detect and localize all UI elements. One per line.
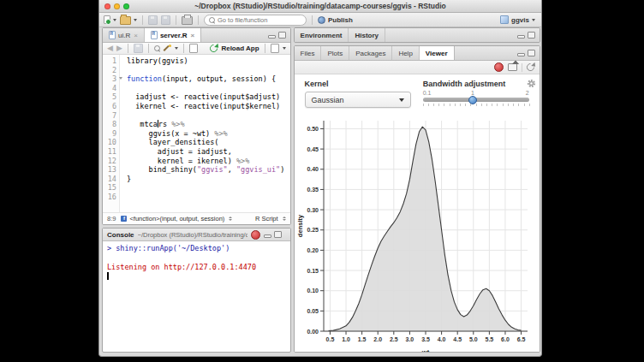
goto-file-function-input[interactable] [218,16,301,24]
line-number: 16 [103,193,116,202]
line-number: 9 [103,129,116,139]
line-number: 5 [103,92,116,102]
tab-label: Packages [355,50,385,57]
print-button[interactable] [182,16,193,25]
minimize-pane-icon[interactable] [264,234,271,238]
slider-tick [518,104,519,106]
ftab-plots[interactable]: Plots [321,46,349,60]
maximize-pane-icon[interactable] [278,32,286,39]
close-icon[interactable]: × [191,32,195,39]
envtab-history[interactable]: History [349,28,385,42]
minimize-pane-icon[interactable] [268,35,276,39]
kernel-select[interactable]: Gaussian [305,92,411,108]
console-title: Console [107,231,134,239]
minimize-pane-icon[interactable] [517,35,525,39]
x-tick-label: 6.0 [501,336,510,342]
ftab-files[interactable]: Files [295,46,322,60]
code-line: ggvis(x = ~wt) %>% [127,129,290,139]
fold-caret-icon[interactable] [119,77,122,80]
find-replace-icon[interactable] [154,45,160,51]
console-header: Console ~/Dropbox (RStudio)/RStudio/trai… [103,228,290,241]
open-file-button[interactable] [120,15,137,25]
toolbar-separator [265,44,265,53]
ftab-viewer[interactable]: Viewer [420,46,455,60]
slider-tick [486,104,487,106]
doc-type-label: R Script [255,215,278,223]
slider-track[interactable] [423,98,529,102]
bandwidth-slider[interactable]: 0.1 1 2 [423,90,529,109]
code-line: bind_shiny("ggvis", "ggvis_ui") [127,165,290,175]
environment-tabs: EnvironmentHistory [295,28,385,42]
scope-selector[interactable]: f <function>(input, output, session) [121,215,232,223]
ftab-help[interactable]: Help [392,46,419,60]
toolbar-separator [198,15,199,25]
new-file-button[interactable] [104,15,116,24]
back-arrow-icon[interactable]: ◀ [107,45,113,52]
pane-buttons [264,231,282,238]
stop-app-icon[interactable] [494,62,504,72]
code-line: kernel = ikernel) %>% [127,157,290,166]
y-tick-label: 0.05 [307,308,319,314]
envtab-environment[interactable]: Environment [295,28,349,42]
forward-arrow-icon[interactable]: ▶ [116,45,122,52]
publish-button[interactable]: Publish [318,16,353,24]
chevron-down-icon [532,19,535,21]
code-line: library(ggvis) [127,56,290,66]
maximize-pane-icon[interactable] [274,231,282,238]
slider-tick [481,104,482,106]
slider-tick [529,104,530,106]
editor-status-bar: 8:9 f <function>(input, output, session)… [103,212,290,224]
code-editor[interactable]: 12345678910111213141516 library(ggvis) f… [103,55,290,212]
x-tick-label: 5.0 [468,336,477,342]
goto-file-function-box[interactable] [204,15,307,26]
doc-type-selector[interactable]: R Script [255,215,286,223]
slider-tick [455,104,456,106]
code-token: %>% [171,120,184,128]
editor-toolbar: ◀ ▶ Reload App [103,43,290,55]
slider-tick [524,104,525,106]
line-number: 2 [103,66,116,75]
etab-server-r[interactable]: server.R× [145,28,201,42]
save-button[interactable] [148,15,158,25]
reload-app-button[interactable]: Reload App [221,45,259,52]
project-label: ggvis [511,16,529,24]
etab-ui-r[interactable]: ui.R× [103,28,145,42]
save-all-button[interactable] [161,15,170,25]
stop-icon[interactable] [251,230,260,240]
code-token: iadjust <- reactive(input$adjust) [127,92,280,101]
code-token: "ggvis_ui" [236,165,280,174]
refresh-viewer-icon[interactable] [525,62,536,73]
run-options-icon[interactable] [271,44,279,53]
x-tick-label: 1.5 [357,336,366,342]
x-tick-label: 4.5 [453,336,462,342]
open-in-new-window-icon[interactable] [508,63,517,71]
maximize-pane-icon[interactable] [528,50,535,56]
maximize-pane-icon[interactable] [528,32,535,39]
viewer-content: Kernel Gaussian Bandwidth adjustment [295,74,540,352]
code-token: library(ggvis) [127,56,188,65]
title-bar: ~/Dropbox (RStudio)/RStudio/training/dat… [99,0,541,13]
code-token: adjust = iadjust, [127,147,232,156]
console-output[interactable]: > shiny::runApp('~/Desktop') Listening o… [103,241,290,352]
ftab-packages[interactable]: Packages [349,46,392,60]
toolbar-separator [176,15,176,25]
toolbar-separator [142,15,143,25]
line-number: 3 [103,74,116,84]
code-tools-wand-icon[interactable] [164,45,171,52]
tab-label: History [355,32,379,39]
files-tab-bar: FilesPlotsPackagesHelpViewer [295,46,540,61]
save-document-button[interactable] [134,44,143,53]
slider-tick [460,104,461,106]
slider-min-label: 0.1 [423,90,432,96]
search-icon [209,17,215,23]
close-icon[interactable]: × [134,32,138,39]
compile-report-icon[interactable] [189,44,198,53]
slider-tick [508,104,509,106]
minimize-pane-icon[interactable] [517,53,525,56]
line-number: 13 [103,165,116,175]
slider-handle[interactable] [468,96,477,104]
code-token: %>% [236,157,249,165]
y-tick-label: 0.40 [307,166,319,172]
project-menu-button[interactable]: ggvis [500,15,535,24]
reload-app-icon [209,43,220,54]
